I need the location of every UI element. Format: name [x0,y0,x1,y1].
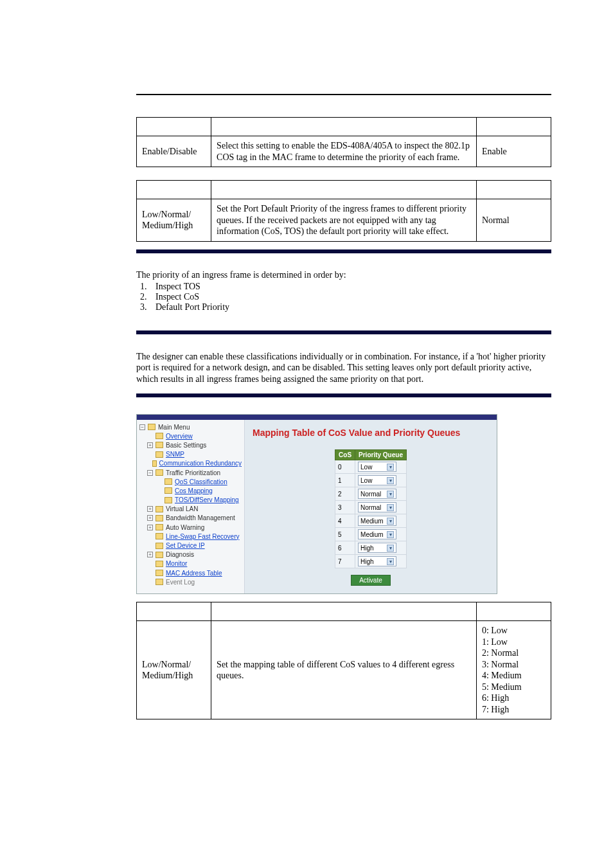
tree-traffic-prioritization[interactable]: −Traffic Prioritization [138,468,243,477]
tree-monitor[interactable]: Monitor [138,559,243,568]
table2-desc: Set the Port Default Priority of the ing… [211,199,477,242]
folder-icon [148,424,155,430]
header-description [211,118,477,136]
chevron-down-icon: ▾ [387,464,394,471]
table1-desc: Select this setting to enable the EDS-40… [211,136,477,167]
cos-value: 5 [335,528,355,541]
table2-default: Normal [476,199,551,242]
header-description [211,602,477,621]
table-row: 7High▾ [335,555,407,568]
chevron-down-icon: ▾ [387,545,394,552]
ordered-item: Default Port Priority [149,302,551,312]
table-row: 4Medium▾ [335,514,407,528]
tree-main-menu[interactable]: −Main Menu [138,422,243,431]
folder-icon [155,433,163,439]
table-row: 0Low▾ [335,460,407,474]
tree-bandwidth-mgmt[interactable]: +Bandwidth Management [138,514,243,523]
folder-icon [164,487,172,494]
cos-value: 2 [335,487,355,501]
priority-select[interactable]: Normal▾ [358,502,396,512]
tree-tos-mapping[interactable]: TOS/DiffServ Mapping [138,496,243,505]
folder-icon [152,460,157,467]
folder-icon [155,515,163,521]
header-description [211,181,477,199]
top-rule [136,94,551,95]
cos-value: 0 [335,460,355,474]
priority-select[interactable]: Low▾ [358,462,396,472]
tree-comm-redundancy[interactable]: Communication Redundancy [138,459,243,468]
tree-cos-mapping[interactable]: Cos Mapping [138,486,243,495]
priority-select[interactable]: Normal▾ [358,489,396,499]
table-row: 1Low▾ [335,474,407,487]
tree-event-log[interactable]: Event Log [138,577,243,586]
activate-button[interactable]: Activate [351,575,391,586]
tree-mac-table[interactable]: MAC Address Table [138,568,243,577]
table3-desc: Set the mapping table of different CoS v… [211,621,477,719]
chevron-down-icon: ▾ [387,504,394,511]
chevron-down-icon: ▾ [387,518,394,525]
collapse-icon: − [147,470,153,476]
table-row: 3Normal▾ [335,501,407,514]
divider [136,393,551,397]
folder-icon [164,497,172,503]
ordered-intro: The priority of an ingress frame is dete… [136,270,551,280]
tree-snmp[interactable]: SNMP [138,450,243,459]
header-default [476,118,551,136]
table2-setting: Low/Normal/ Medium/High [137,199,211,242]
expand-icon: + [147,552,153,557]
priority-select[interactable]: High▾ [358,543,396,553]
table3-defaults: 0: Low 1: Low 2: Normal 3: Normal 4: Med… [476,621,551,719]
folder-icon [155,451,163,458]
folder-icon [155,552,163,558]
folder-icon [155,543,163,549]
priority-select[interactable]: High▾ [358,556,396,566]
designer-paragraph: The designer can enable these classifica… [136,351,551,385]
expand-icon: + [147,442,153,448]
header-setting [137,602,211,621]
table-port-default-priority: Low/Normal/ Medium/High Set the Port Def… [136,180,551,242]
shot-title: Mapping Table of CoS Value and Priority … [253,425,489,449]
cos-mapping-screenshot: −Main Menu Overview +Basic Settings SNMP… [136,414,497,594]
table1-default: Enable [476,136,551,167]
priority-select[interactable]: Medium▾ [358,529,396,539]
table-inspect-cos: Enable/Disable Select this setting to en… [136,117,551,167]
tree-line-swap[interactable]: Line-Swap Fast Recovery [138,532,243,541]
folder-icon [155,442,163,448]
priority-select[interactable]: Low▾ [358,475,396,485]
tree-set-device-ip[interactable]: Set Device IP [138,541,243,550]
folder-icon [155,533,163,539]
expand-icon: + [147,506,153,512]
table-row: 6High▾ [335,541,407,555]
cos-value: 6 [335,541,355,555]
priority-select[interactable]: Medium▾ [358,516,396,526]
tree-auto-warning[interactable]: +Auto Warning [138,523,243,532]
shot-header-bar [137,415,497,420]
ordered-item: Inspect CoS [149,292,551,302]
th-cos: CoS [335,450,355,460]
header-default [476,602,551,621]
expand-icon: + [147,515,153,521]
chevron-down-icon: ▾ [387,558,394,565]
cos-value: 3 [335,501,355,514]
tree-overview[interactable]: Overview [138,431,243,440]
th-priority-queue: Priority Queue [355,450,407,460]
divider [136,330,551,334]
divider [136,249,551,253]
table-cos-mapping: Low/Normal/ Medium/High Set the mapping … [136,602,551,719]
folder-icon [155,506,163,512]
folder-icon [164,478,172,485]
shot-content: Mapping Table of CoS Value and Priority … [245,420,497,593]
tree-vlan[interactable]: +Virtual LAN [138,505,243,514]
tree-qos-classification[interactable]: QoS Classification [138,477,243,486]
tree-basic-settings[interactable]: +Basic Settings [138,440,243,449]
nav-tree: −Main Menu Overview +Basic Settings SNMP… [137,420,245,593]
cos-value: 7 [335,555,355,568]
folder-icon [155,561,163,567]
tree-diagnosis[interactable]: +Diagnosis [138,550,243,559]
chevron-down-icon: ▾ [387,491,394,498]
folder-icon [155,469,163,476]
header-setting [137,118,211,136]
folder-icon [155,524,163,530]
priority-order-block: The priority of an ingress frame is dete… [136,270,551,312]
folder-icon [155,570,163,576]
